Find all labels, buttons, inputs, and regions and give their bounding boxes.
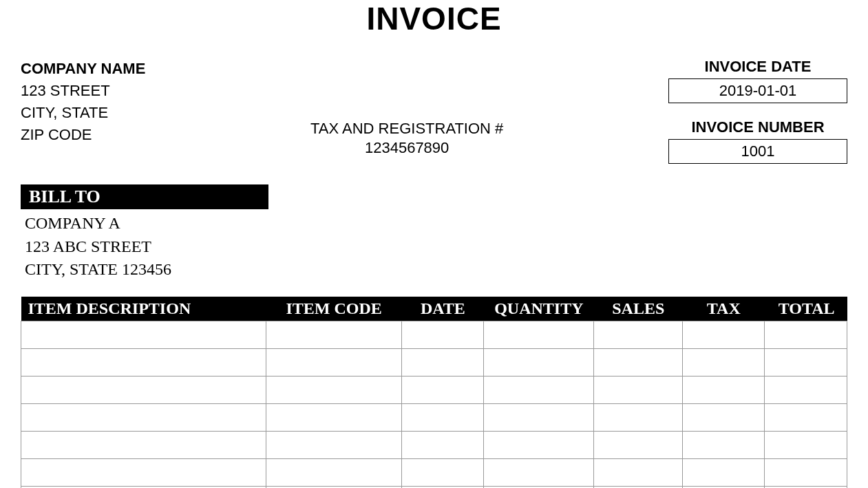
cell[interactable] [683, 348, 765, 376]
header-total: TOTAL [765, 297, 847, 321]
cell[interactable] [765, 321, 847, 348]
header-date: DATE [402, 297, 484, 321]
cell[interactable] [266, 431, 401, 458]
table-row [21, 321, 847, 348]
table-row [21, 431, 847, 458]
cell[interactable] [484, 321, 594, 348]
cell[interactable] [594, 376, 683, 403]
tax-registration-value: 1234567890 [310, 139, 503, 157]
cell[interactable] [683, 321, 765, 348]
document-title: INVOICE [21, 0, 847, 37]
cell[interactable] [484, 403, 594, 431]
company-address-block: COMPANY NAME 123 STREET CITY, STATE ZIP … [21, 58, 145, 146]
cell[interactable] [21, 403, 266, 431]
company-street: 123 STREET [21, 80, 145, 102]
cell[interactable] [266, 458, 401, 486]
table-header-row: ITEM DESCRIPTION ITEM CODE DATE QUANTITY… [21, 297, 847, 321]
bill-to-section: BILL TO COMPANY A 123 ABC STREET CITY, S… [21, 184, 847, 284]
tax-registration-block: TAX AND REGISTRATION # 1234567890 [310, 120, 503, 157]
bill-to-city-state-zip: CITY, STATE 123456 [25, 258, 843, 282]
cell[interactable] [21, 431, 266, 458]
cell[interactable] [683, 403, 765, 431]
header-sales: SALES [594, 297, 683, 321]
header-item-description: ITEM DESCRIPTION [21, 297, 266, 321]
cell[interactable] [765, 376, 847, 403]
cell[interactable] [266, 348, 401, 376]
invoice-meta-block: INVOICE DATE INVOICE NUMBER [668, 58, 847, 164]
cell[interactable] [594, 403, 683, 431]
cell[interactable] [484, 458, 594, 486]
header-tax: TAX [683, 297, 765, 321]
items-table: ITEM DESCRIPTION ITEM CODE DATE QUANTITY… [21, 297, 847, 488]
table-row [21, 458, 847, 486]
invoice-number-label: INVOICE NUMBER [668, 118, 847, 136]
cell[interactable] [21, 458, 266, 486]
invoice-date-field[interactable] [668, 78, 847, 103]
company-name-label: COMPANY NAME [21, 58, 145, 80]
bill-to-street: 123 ABC STREET [25, 235, 843, 259]
cell[interactable] [683, 431, 765, 458]
cell[interactable] [266, 403, 401, 431]
cell[interactable] [402, 403, 484, 431]
cell[interactable] [402, 458, 484, 486]
cell[interactable] [266, 321, 401, 348]
cell[interactable] [402, 348, 484, 376]
cell[interactable] [484, 348, 594, 376]
cell[interactable] [594, 431, 683, 458]
cell[interactable] [594, 321, 683, 348]
company-zip: ZIP CODE [21, 124, 145, 146]
header-quantity: QUANTITY [484, 297, 594, 321]
cell[interactable] [21, 348, 266, 376]
header-item-code: ITEM CODE [266, 297, 401, 321]
company-city-state: CITY, STATE [21, 102, 145, 124]
table-row [21, 348, 847, 376]
header-section: COMPANY NAME 123 STREET CITY, STATE ZIP … [21, 58, 847, 164]
cell[interactable] [683, 458, 765, 486]
bill-to-header: BILL TO [21, 184, 268, 209]
cell[interactable] [484, 431, 594, 458]
cell[interactable] [683, 376, 765, 403]
tax-registration-label: TAX AND REGISTRATION # [310, 120, 503, 138]
table-row [21, 403, 847, 431]
cell[interactable] [765, 431, 847, 458]
cell[interactable] [765, 348, 847, 376]
table-row [21, 376, 847, 403]
cell[interactable] [594, 458, 683, 486]
table-body [21, 321, 847, 488]
cell[interactable] [402, 431, 484, 458]
cell[interactable] [594, 348, 683, 376]
cell[interactable] [765, 458, 847, 486]
invoice-number-field[interactable] [668, 139, 847, 164]
cell[interactable] [266, 376, 401, 403]
cell[interactable] [21, 321, 266, 348]
cell[interactable] [765, 403, 847, 431]
cell[interactable] [402, 376, 484, 403]
bill-to-company: COMPANY A [25, 212, 843, 235]
cell[interactable] [484, 376, 594, 403]
cell[interactable] [402, 321, 484, 348]
cell[interactable] [21, 376, 266, 403]
invoice-date-label: INVOICE DATE [668, 58, 847, 76]
